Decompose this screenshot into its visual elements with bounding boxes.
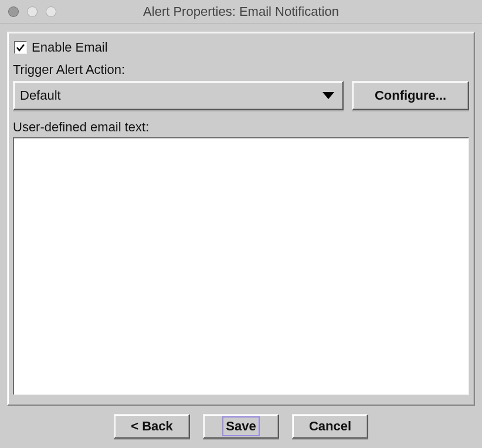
trigger-action-select[interactable]: Default [13,81,344,110]
configure-button-label: Configure... [375,88,446,103]
enable-email-label: Enable Email [32,40,108,55]
maximize-window-button[interactable] [46,6,56,17]
back-button[interactable]: < Back [114,414,190,439]
enable-email-row: Enable Email [13,39,469,60]
window-title: Alert Properties: Email Notification [0,4,482,19]
minimize-window-button[interactable] [27,6,38,17]
dialog-footer: < Back Save Cancel [7,406,475,441]
trigger-action-label: Trigger Alert Action: [13,60,469,80]
configure-button[interactable]: Configure... [352,81,469,110]
user-email-text-input[interactable] [13,137,469,395]
content-area: Enable Email Trigger Alert Action: Defau… [0,23,482,448]
user-text-label: User-defined email text: [13,117,469,137]
cancel-button[interactable]: Cancel [292,414,368,439]
close-window-button[interactable] [8,6,19,17]
trigger-action-value: Default [20,88,61,103]
chevron-down-icon [323,92,334,99]
trigger-action-row: Default Configure... [13,81,469,110]
cancel-button-label: Cancel [309,419,351,434]
window-controls [8,6,56,17]
enable-email-checkbox[interactable] [14,41,27,54]
checkmark-icon [16,43,25,52]
save-button-label: Save [222,416,259,436]
user-text-group: User-defined email text: [13,117,469,395]
main-panel: Enable Email Trigger Alert Action: Defau… [7,32,475,406]
save-button[interactable]: Save [203,414,279,439]
back-button-label: < Back [131,419,173,434]
window: Alert Properties: Email Notification Ena… [0,0,482,448]
titlebar: Alert Properties: Email Notification [0,0,482,23]
